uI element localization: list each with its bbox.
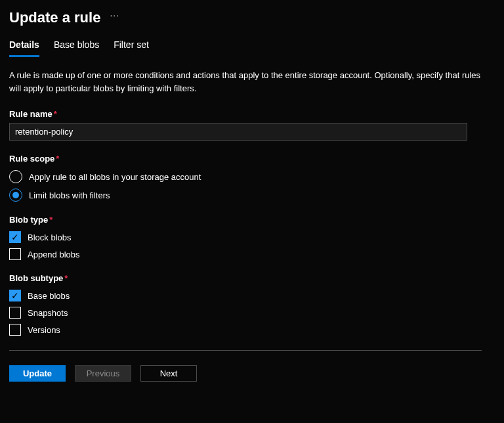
divider (9, 350, 482, 351)
radio-label: Apply rule to all blobs in your storage … (29, 172, 201, 182)
radio-icon (9, 170, 22, 183)
footer-buttons: Update Previous Next (9, 365, 495, 382)
radio-icon (9, 189, 22, 202)
tab-filter-set[interactable]: Filter set (114, 39, 149, 57)
checkbox-label: Append blobs (28, 250, 80, 259)
blob-subtype-snapshots[interactable]: Snapshots (9, 307, 495, 319)
checkbox-label: Snapshots (28, 308, 68, 318)
previous-button: Previous (75, 365, 131, 382)
blob-subtype-versions[interactable]: Versions (9, 324, 495, 336)
rule-name-section: Rule name* (9, 109, 495, 141)
rule-name-label: Rule name (9, 109, 52, 119)
scope-option-limit-filters[interactable]: Limit blobs with filters (9, 189, 495, 202)
update-button[interactable]: Update (9, 365, 66, 382)
tab-details[interactable]: Details (9, 39, 39, 57)
required-marker: * (56, 154, 59, 164)
blob-type-block[interactable]: ✓ Block blobs (9, 231, 495, 243)
checkbox-icon (9, 248, 21, 260)
description-text: A rule is made up of one or more conditi… (9, 69, 482, 95)
tabs: Details Base blobs Filter set (9, 39, 495, 57)
rule-name-input[interactable] (9, 123, 467, 141)
page-title: Update a rule (9, 9, 100, 26)
next-button[interactable]: Next (140, 365, 197, 382)
checkbox-label: Base blobs (28, 291, 70, 301)
blob-subtype-base[interactable]: ✓ Base blobs (9, 290, 495, 301)
rule-scope-label: Rule scope (9, 154, 54, 164)
checkbox-label: Block blobs (28, 233, 71, 242)
tab-base-blobs[interactable]: Base blobs (54, 39, 99, 57)
more-icon[interactable]: ··· (110, 10, 119, 20)
blob-type-section: Blob type* ✓ Block blobs Append blobs (9, 215, 495, 260)
checkbox-icon (9, 324, 21, 336)
scope-option-all-blobs[interactable]: Apply rule to all blobs in your storage … (9, 170, 495, 183)
checkbox-icon: ✓ (9, 290, 21, 301)
blob-type-label: Blob type (9, 215, 48, 225)
required-marker: * (64, 273, 68, 283)
checkbox-icon (9, 307, 21, 319)
blob-subtype-label: Blob subtype (9, 273, 63, 283)
required-marker: * (49, 215, 52, 225)
blob-subtype-section: Blob subtype* ✓ Base blobs Snapshots Ver… (9, 273, 495, 336)
required-marker: * (54, 109, 57, 119)
checkbox-icon: ✓ (9, 231, 21, 243)
radio-label: Limit blobs with filters (29, 190, 110, 200)
checkbox-label: Versions (28, 325, 60, 335)
rule-scope-section: Rule scope* Apply rule to all blobs in y… (9, 154, 495, 202)
blob-type-append[interactable]: Append blobs (9, 248, 495, 260)
